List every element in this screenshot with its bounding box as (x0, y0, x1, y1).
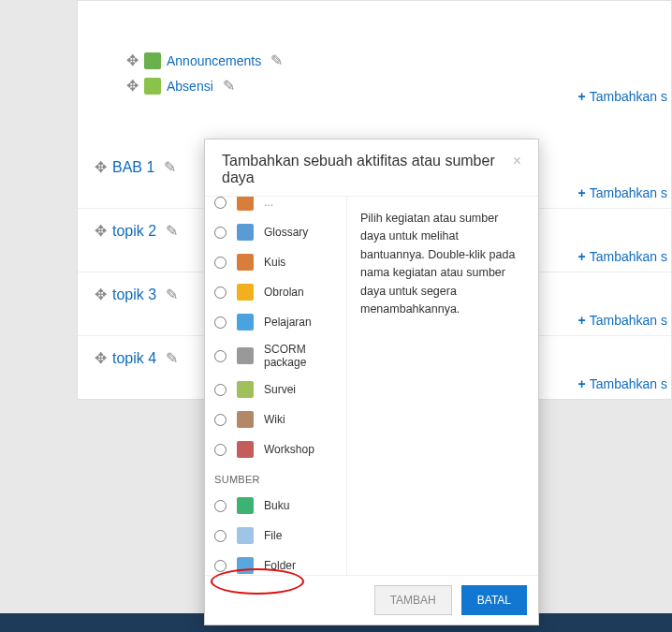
option-radio[interactable] (214, 316, 226, 329)
module-icon (236, 223, 255, 242)
svg-rect-11 (237, 497, 254, 514)
option-radio[interactable] (214, 414, 226, 426)
modal-title: Tambahkan sebuah aktifitas atau sumber d… (222, 153, 513, 186)
module-icon (236, 526, 255, 545)
option-row[interactable]: SCORM package (205, 337, 346, 375)
svg-rect-3 (237, 224, 254, 241)
add-button[interactable]: TAMBAH (374, 585, 452, 615)
option-radio[interactable] (214, 287, 226, 299)
forum-icon (236, 197, 255, 212)
option-label: File (264, 529, 337, 542)
module-icon (236, 253, 255, 272)
svg-rect-2 (237, 197, 254, 211)
svg-rect-13 (237, 557, 254, 574)
module-icon (236, 283, 255, 301)
option-row[interactable]: Pelajaran (205, 307, 346, 337)
option-radio[interactable] (214, 257, 226, 269)
option-radio[interactable] (214, 560, 226, 572)
option-label: Wiki (264, 413, 337, 426)
module-icon (236, 380, 255, 399)
category-sumber: SUMBER (205, 464, 346, 491)
cancel-button[interactable]: BATAL (461, 585, 527, 615)
option-radio[interactable] (214, 384, 226, 396)
modal-header: Tambahkan sebuah aktifitas atau sumber d… (205, 140, 538, 196)
option-radio[interactable] (214, 530, 226, 542)
module-icon (236, 440, 255, 459)
modal-body: ... GlossaryKuisObrolanPelajaranSCORM pa… (205, 196, 538, 575)
option-label: Workshop (264, 443, 337, 456)
option-label: SCORM package (264, 343, 337, 369)
option-label: Buku (264, 499, 337, 512)
option-label: Pelajaran (264, 316, 337, 329)
option-row[interactable]: Survei (205, 375, 346, 404)
module-icon (236, 346, 255, 365)
option-row[interactable]: ... (205, 197, 346, 217)
option-row[interactable]: Folder (205, 551, 346, 575)
close-icon[interactable]: × (513, 153, 521, 169)
modal-footer: TAMBAH BATAL (205, 575, 538, 625)
option-row[interactable]: Workshop (205, 434, 346, 464)
module-icon (236, 496, 255, 515)
option-label: Glossary (264, 226, 337, 239)
option-label: Survei (264, 383, 337, 396)
svg-rect-5 (237, 284, 254, 301)
svg-rect-4 (237, 254, 254, 271)
option-row[interactable]: Wiki (205, 404, 346, 434)
module-icon (236, 556, 255, 575)
module-icon (236, 410, 255, 429)
option-label: Kuis (264, 256, 337, 269)
modal-overlay: Tambahkan sebuah aktifitas atau sumber d… (0, 0, 672, 632)
option-row[interactable]: Kuis (205, 247, 346, 277)
option-label: ... (264, 197, 337, 209)
activity-chooser-modal: Tambahkan sebuah aktifitas atau sumber d… (204, 139, 539, 625)
svg-rect-10 (237, 441, 254, 458)
option-row[interactable]: Obrolan (205, 277, 346, 307)
activity-list[interactable]: ... GlossaryKuisObrolanPelajaranSCORM pa… (205, 197, 347, 575)
option-radio[interactable] (214, 197, 226, 209)
option-row[interactable]: Buku (205, 491, 346, 521)
option-radio[interactable] (214, 500, 226, 512)
option-label: Folder (264, 559, 337, 572)
option-radio[interactable] (214, 444, 226, 456)
svg-rect-8 (237, 381, 254, 398)
option-label: Obrolan (264, 286, 337, 299)
option-radio[interactable] (214, 227, 226, 239)
svg-rect-12 (237, 527, 254, 544)
module-icon (236, 313, 255, 331)
svg-rect-9 (237, 411, 254, 428)
help-text: Pilih kegiatan atau sumber daya untuk me… (347, 197, 538, 575)
option-row[interactable]: File (205, 521, 346, 551)
option-row[interactable]: Glossary (205, 217, 346, 247)
svg-rect-6 (237, 314, 254, 331)
svg-rect-7 (237, 347, 254, 364)
option-radio[interactable] (214, 350, 226, 362)
